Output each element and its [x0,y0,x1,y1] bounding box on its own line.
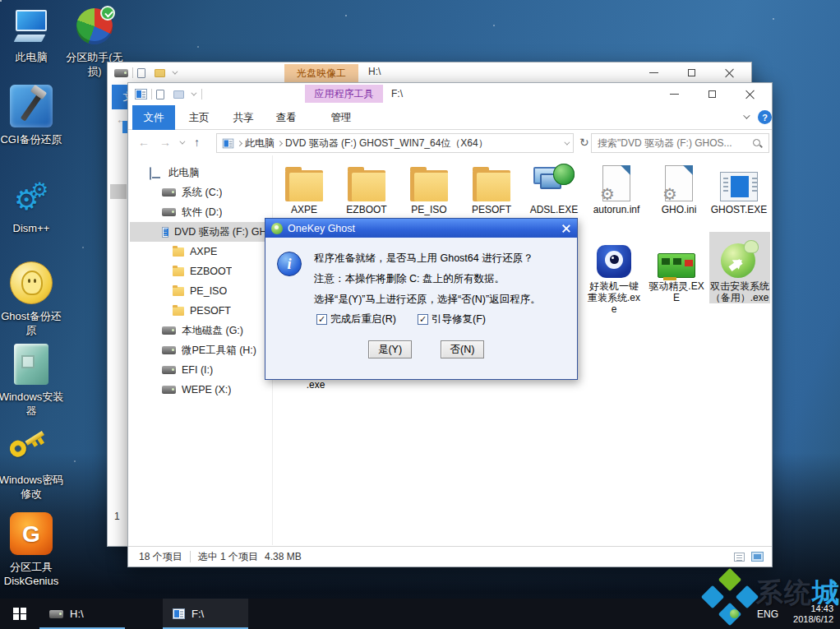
onekey-ghost-dialog[interactable]: OneKey Ghost i 程序准备就绪，是否马上用 Ghost64 进行还原… [265,218,578,380]
tree-item-drive-d[interactable]: 软件 (D:) [130,202,271,222]
back-arrow-icon[interactable]: ← [138,136,150,149]
restart-after-finish-checkbox[interactable]: ✓ 完成后重启(R) [316,312,396,326]
breadcrumb-current-folder[interactable]: DVD 驱动器 (F:) GHOST_WIN7_64位（X64） [285,136,488,150]
dialog-title-bar[interactable]: OneKey Ghost [265,219,577,238]
dialog-title: OneKey Ghost [288,223,355,234]
search-box[interactable] [591,133,769,153]
eye-app-icon [585,235,643,278]
large-icons-view-icon[interactable] [751,552,764,562]
tree-item-dvd-drive-f[interactable]: DVD 驱动器 (F:) GHOST_WIN7_64位（X64） [130,222,271,242]
desktop-icon-diskgenius[interactable]: G 分区工具DiskGenius [0,510,64,588]
tree-item-axpe[interactable]: AXPE [130,242,271,261]
file-item-pe-iso[interactable]: PE_ISO [398,159,460,215]
minimize-button[interactable] [635,62,672,83]
maximize-button[interactable] [693,83,731,105]
desktop-icon-dism[interactable]: ⚙ ⚙ Dism++ [0,173,64,235]
desktop-stars [0,0,2,2]
tab-share[interactable]: 共享 [224,105,263,130]
desktop-icon-cgi-backup[interactable]: CGI备份还原 [0,82,64,146]
qat-customize-chevron-icon[interactable] [191,90,196,96]
desktop-icon-ghost-backup[interactable]: Ghost备份还原 [0,259,64,337]
tab-home[interactable]: 主页 [179,105,219,130]
taskbar-item-h-drive[interactable]: H:\ [39,599,125,629]
address-breadcrumb[interactable]: 此电脑 DVD 驱动器 (F:) GHOST_WIN7_64位（X64） [216,133,574,153]
file-item-gho-ini[interactable]: ⚙GHO.ini [648,159,710,215]
desktop-icon-label: 此电脑 [0,50,64,64]
clock[interactable]: 14:43 2018/6/12 [793,604,833,625]
file-item-autorun-inf[interactable]: ⚙autorun.inf [585,159,648,215]
folder-icon [173,307,184,316]
file-item-pesoft[interactable]: PESOFT [460,159,523,215]
folder-icon [398,159,460,201]
close-button[interactable] [731,83,768,105]
scrollbar-fragment[interactable] [110,184,127,199]
application-tools-tab[interactable]: 应用程序工具 [305,85,383,103]
yes-button[interactable]: 是(Y) [368,340,412,358]
windows-logo-icon [13,608,26,621]
language-indicator[interactable]: ENG [757,608,778,620]
file-item-haozhuangji-exe[interactable]: 好装机一键重装系统.exe [585,235,643,315]
boot-repair-checkbox[interactable]: ✓ 引导修复(F) [418,312,486,326]
tree-item-drive-c[interactable]: 系统 (C:) [130,183,271,202]
desktop-icon-windows-installer[interactable]: Windows安装器 [0,341,64,418]
tree-item-ezboot[interactable]: EZBOOT [130,261,271,281]
search-input[interactable] [598,137,752,149]
desktop-icon-this-pc[interactable]: 此电脑 [0,5,64,64]
breadcrumb-separator-icon[interactable] [277,140,283,146]
tree-item-pe-iso[interactable]: PE_ISO [130,281,271,301]
onekey-ghost-icon [271,223,283,234]
start-button[interactable] [0,599,39,629]
drive-icon [162,326,176,335]
qat-customize-chevron-icon[interactable] [172,69,178,75]
tab-view[interactable]: 查看 [266,105,306,130]
new-item-icon[interactable] [156,90,164,99]
file-item-adsl-exe[interactable]: ADSL.EXE [523,159,585,215]
details-view-icon[interactable] [734,553,745,562]
tab-manage[interactable]: 管理 [316,105,367,130]
desktop-icon-password-reset[interactable]: Windows密码修改 [0,426,64,501]
disc-image-tools-tab[interactable]: 光盘映像工具 [284,64,358,82]
partition-pie-icon [62,5,127,48]
refresh-icon[interactable]: ↻ [579,136,589,149]
file-item-qudongjingling-exe[interactable]: 驱动精灵.EXE [648,235,705,303]
close-button[interactable] [710,62,748,83]
tree-item-this-pc[interactable]: 此电脑 [130,163,271,183]
file-item-shuangji-anzhuang-exe[interactable]: 双击安装系统（备用）.exe [709,232,770,303]
breadcrumb-this-pc[interactable]: 此电脑 [245,136,275,150]
breadcrumb-separator-icon[interactable] [237,140,242,146]
address-dropdown-chevron-icon[interactable] [564,139,570,145]
file-item-ezboot[interactable]: EZBOOT [335,159,398,215]
search-icon[interactable] [752,138,763,149]
file-item-axpe[interactable]: AXPE [273,159,335,215]
forward-arrow-icon[interactable]: → [159,136,171,149]
checkbox-label: 完成后重启(R) [330,312,396,326]
dialog-close-icon[interactable] [560,223,571,234]
tree-item-drive-g[interactable]: 本地磁盘 (G:) [130,321,271,340]
folder-icon [173,267,184,276]
tree-item-drive-h[interactable]: 微PE工具箱 (H:) [130,340,271,360]
file-item-ghost-exe[interactable]: GHOST.EXE [710,159,768,215]
up-arrow-icon[interactable]: ↑ [194,136,200,149]
file-label-fragment[interactable]: .exe [291,379,340,391]
tree-item-drive-x[interactable]: WEPE (X:) [130,380,271,400]
taskbar-item-f-drive[interactable]: F:\ [163,599,248,629]
minimize-button[interactable] [655,83,693,105]
tree-item-pesoft[interactable]: PESOFT [130,301,271,321]
tab-file[interactable]: 文件 [132,105,175,130]
drive-icon [162,188,176,197]
new-item-icon[interactable] [137,68,145,78]
folder-properties-icon[interactable] [173,90,184,99]
network-app-icon [523,159,585,201]
desktop-icon-label: 分区工具DiskGenius [0,560,64,588]
help-icon[interactable]: ? [758,110,772,124]
folder-properties-icon[interactable] [155,69,165,77]
checkbox-label: 引导修复(F) [432,312,486,326]
drive-icon [162,386,176,394]
no-button[interactable]: 否(N) [441,340,484,358]
drive-icon [49,610,63,618]
tree-item-drive-i[interactable]: EFI (I:) [130,360,271,380]
maximize-button[interactable] [672,62,710,83]
location-icon [223,138,234,148]
onekey-tray-icon[interactable] [730,609,739,618]
package-box-icon [0,341,64,387]
